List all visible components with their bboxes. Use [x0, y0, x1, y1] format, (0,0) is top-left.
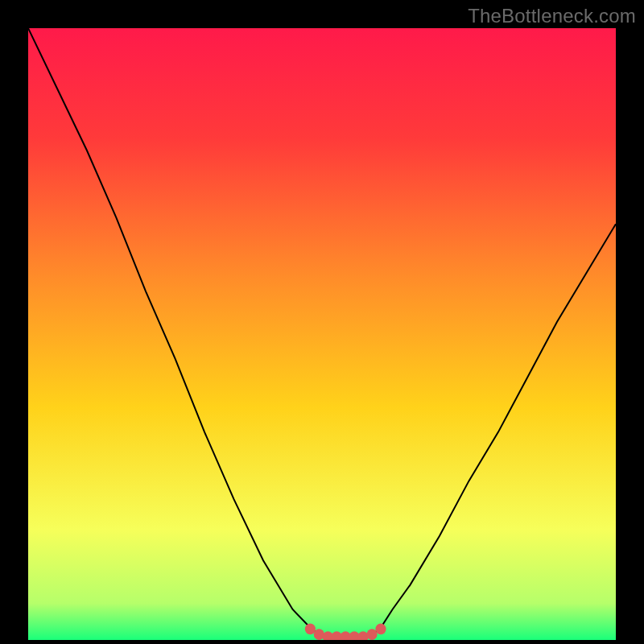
watermark-text: TheBottleneck.com — [468, 5, 636, 27]
marker-dot — [305, 623, 316, 634]
bottleneck-curve — [28, 28, 616, 637]
gradient-background — [28, 28, 616, 640]
marker-dot — [314, 629, 324, 640]
chart-frame: TheBottleneck.com — [0, 0, 644, 644]
chart-plot — [28, 28, 616, 640]
marker-dot — [323, 631, 333, 640]
marker-dot — [366, 629, 377, 640]
marker-dot — [349, 631, 360, 640]
optimal-range-markers — [305, 623, 386, 640]
marker-dot — [332, 631, 342, 640]
marker-dot — [358, 631, 369, 640]
marker-dot — [341, 631, 351, 640]
marker-dot — [375, 623, 386, 634]
